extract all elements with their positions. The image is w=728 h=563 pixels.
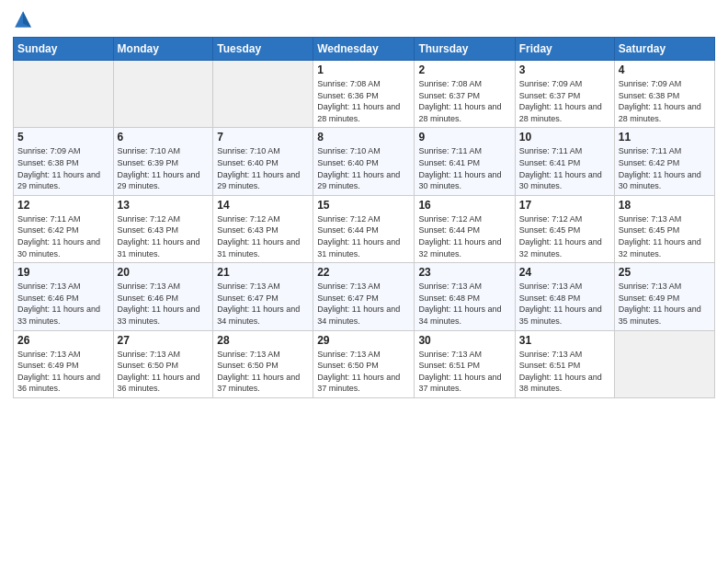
day-info: Sunrise: 7:12 AM Sunset: 6:45 PM Dayligh…: [519, 213, 610, 259]
day-info: Sunrise: 7:11 AM Sunset: 6:42 PM Dayligh…: [17, 213, 109, 259]
day-info: Sunrise: 7:11 AM Sunset: 6:41 PM Dayligh…: [418, 145, 510, 191]
calendar-cell: 20Sunrise: 7:13 AM Sunset: 6:46 PM Dayli…: [113, 263, 213, 330]
day-info: Sunrise: 7:09 AM Sunset: 6:38 PM Dayligh…: [17, 145, 109, 191]
day-info: Sunrise: 7:13 AM Sunset: 6:50 PM Dayligh…: [118, 349, 210, 395]
day-number: 31: [519, 334, 610, 347]
day-info: Sunrise: 7:13 AM Sunset: 6:46 PM Dayligh…: [17, 281, 109, 327]
day-info: Sunrise: 7:10 AM Sunset: 6:39 PM Dayligh…: [118, 145, 210, 191]
calendar-cell: 8Sunrise: 7:10 AM Sunset: 6:40 PM Daylig…: [313, 128, 415, 195]
day-info: Sunrise: 7:12 AM Sunset: 6:44 PM Dayligh…: [317, 213, 410, 259]
calendar-cell: 5Sunrise: 7:09 AM Sunset: 6:38 PM Daylig…: [14, 128, 114, 195]
day-number: 12: [17, 199, 109, 212]
day-number: 8: [317, 131, 410, 144]
calendar-cell: 14Sunrise: 7:12 AM Sunset: 6:43 PM Dayli…: [213, 195, 313, 262]
day-number: 21: [217, 266, 309, 279]
day-number: 5: [17, 131, 109, 144]
weekday-header-wednesday: Wednesday: [313, 38, 415, 61]
calendar-week-row: 5Sunrise: 7:09 AM Sunset: 6:38 PM Daylig…: [14, 128, 715, 195]
day-info: Sunrise: 7:09 AM Sunset: 6:37 PM Dayligh…: [519, 78, 610, 124]
day-number: 30: [418, 334, 510, 347]
day-info: Sunrise: 7:13 AM Sunset: 6:49 PM Dayligh…: [619, 281, 711, 327]
day-number: 18: [619, 199, 711, 212]
calendar-cell: 18Sunrise: 7:13 AM Sunset: 6:45 PM Dayli…: [614, 195, 714, 262]
logo-icon: [13, 9, 33, 29]
day-info: Sunrise: 7:13 AM Sunset: 6:51 PM Dayligh…: [519, 349, 610, 395]
calendar-week-row: 12Sunrise: 7:11 AM Sunset: 6:42 PM Dayli…: [14, 195, 715, 262]
day-info: Sunrise: 7:12 AM Sunset: 6:43 PM Dayligh…: [217, 213, 309, 259]
day-info: Sunrise: 7:13 AM Sunset: 6:48 PM Dayligh…: [519, 281, 610, 327]
calendar-cell: 28Sunrise: 7:13 AM Sunset: 6:50 PM Dayli…: [213, 330, 313, 397]
day-info: Sunrise: 7:08 AM Sunset: 6:37 PM Dayligh…: [418, 78, 510, 124]
calendar-week-row: 1Sunrise: 7:08 AM Sunset: 6:36 PM Daylig…: [14, 61, 715, 128]
calendar-cell: 16Sunrise: 7:12 AM Sunset: 6:44 PM Dayli…: [415, 195, 515, 262]
calendar-cell: 17Sunrise: 7:12 AM Sunset: 6:45 PM Dayli…: [515, 195, 614, 262]
calendar-cell: 10Sunrise: 7:11 AM Sunset: 6:41 PM Dayli…: [515, 128, 614, 195]
calendar-cell: 31Sunrise: 7:13 AM Sunset: 6:51 PM Dayli…: [515, 330, 614, 397]
day-info: Sunrise: 7:13 AM Sunset: 6:50 PM Dayligh…: [217, 349, 309, 395]
day-info: Sunrise: 7:08 AM Sunset: 6:36 PM Dayligh…: [317, 78, 410, 124]
calendar-header-row: SundayMondayTuesdayWednesdayThursdayFrid…: [14, 38, 715, 61]
calendar-cell: 30Sunrise: 7:13 AM Sunset: 6:51 PM Dayli…: [415, 330, 515, 397]
day-number: 20: [118, 266, 210, 279]
day-number: 17: [519, 199, 610, 212]
day-info: Sunrise: 7:13 AM Sunset: 6:49 PM Dayligh…: [17, 349, 109, 395]
calendar-cell: 7Sunrise: 7:10 AM Sunset: 6:40 PM Daylig…: [213, 128, 313, 195]
calendar-cell: [14, 61, 114, 128]
day-info: Sunrise: 7:13 AM Sunset: 6:51 PM Dayligh…: [418, 349, 510, 395]
calendar-cell: 19Sunrise: 7:13 AM Sunset: 6:46 PM Dayli…: [14, 263, 114, 330]
day-info: Sunrise: 7:13 AM Sunset: 6:48 PM Dayligh…: [418, 281, 510, 327]
calendar-cell: 23Sunrise: 7:13 AM Sunset: 6:48 PM Dayli…: [415, 263, 515, 330]
day-number: 4: [619, 63, 711, 76]
day-number: 10: [519, 131, 610, 144]
day-number: 2: [418, 63, 510, 76]
calendar-cell: 15Sunrise: 7:12 AM Sunset: 6:44 PM Dayli…: [313, 195, 415, 262]
calendar: SundayMondayTuesdayWednesdayThursdayFrid…: [13, 37, 715, 398]
weekday-header-thursday: Thursday: [415, 38, 515, 61]
day-info: Sunrise: 7:10 AM Sunset: 6:40 PM Dayligh…: [217, 145, 309, 191]
day-number: 24: [519, 266, 610, 279]
day-number: 23: [418, 266, 510, 279]
day-number: 27: [118, 334, 210, 347]
calendar-cell: 9Sunrise: 7:11 AM Sunset: 6:41 PM Daylig…: [415, 128, 515, 195]
calendar-cell: 25Sunrise: 7:13 AM Sunset: 6:49 PM Dayli…: [614, 263, 714, 330]
logo: [13, 9, 37, 29]
day-number: 16: [418, 199, 510, 212]
calendar-cell: 26Sunrise: 7:13 AM Sunset: 6:49 PM Dayli…: [14, 330, 114, 397]
calendar-cell: 27Sunrise: 7:13 AM Sunset: 6:50 PM Dayli…: [113, 330, 213, 397]
calendar-cell: 4Sunrise: 7:09 AM Sunset: 6:38 PM Daylig…: [614, 61, 714, 128]
day-info: Sunrise: 7:13 AM Sunset: 6:50 PM Dayligh…: [317, 349, 410, 395]
day-number: 26: [17, 334, 109, 347]
weekday-header-tuesday: Tuesday: [213, 38, 313, 61]
calendar-cell: [213, 61, 313, 128]
weekday-header-saturday: Saturday: [614, 38, 714, 61]
day-number: 22: [317, 266, 410, 279]
day-info: Sunrise: 7:13 AM Sunset: 6:47 PM Dayligh…: [317, 281, 410, 327]
day-number: 14: [217, 199, 309, 212]
day-number: 28: [217, 334, 309, 347]
page: SundayMondayTuesdayWednesdayThursdayFrid…: [0, 0, 728, 563]
weekday-header-sunday: Sunday: [14, 38, 114, 61]
day-info: Sunrise: 7:13 AM Sunset: 6:45 PM Dayligh…: [619, 213, 711, 259]
calendar-cell: 1Sunrise: 7:08 AM Sunset: 6:36 PM Daylig…: [313, 61, 415, 128]
calendar-week-row: 26Sunrise: 7:13 AM Sunset: 6:49 PM Dayli…: [14, 330, 715, 397]
day-number: 9: [418, 131, 510, 144]
day-info: Sunrise: 7:10 AM Sunset: 6:40 PM Dayligh…: [317, 145, 410, 191]
calendar-cell: 13Sunrise: 7:12 AM Sunset: 6:43 PM Dayli…: [113, 195, 213, 262]
calendar-cell: 29Sunrise: 7:13 AM Sunset: 6:50 PM Dayli…: [313, 330, 415, 397]
day-info: Sunrise: 7:11 AM Sunset: 6:42 PM Dayligh…: [619, 145, 711, 191]
calendar-cell: 3Sunrise: 7:09 AM Sunset: 6:37 PM Daylig…: [515, 61, 614, 128]
day-number: 19: [17, 266, 109, 279]
day-info: Sunrise: 7:09 AM Sunset: 6:38 PM Dayligh…: [619, 78, 711, 124]
calendar-cell: [113, 61, 213, 128]
day-info: Sunrise: 7:13 AM Sunset: 6:47 PM Dayligh…: [217, 281, 309, 327]
calendar-cell: 2Sunrise: 7:08 AM Sunset: 6:37 PM Daylig…: [415, 61, 515, 128]
weekday-header-monday: Monday: [113, 38, 213, 61]
day-number: 25: [619, 266, 711, 279]
calendar-cell: 6Sunrise: 7:10 AM Sunset: 6:39 PM Daylig…: [113, 128, 213, 195]
day-number: 7: [217, 131, 309, 144]
calendar-cell: 22Sunrise: 7:13 AM Sunset: 6:47 PM Dayli…: [313, 263, 415, 330]
day-number: 13: [118, 199, 210, 212]
day-info: Sunrise: 7:11 AM Sunset: 6:41 PM Dayligh…: [519, 145, 610, 191]
day-number: 3: [519, 63, 610, 76]
day-info: Sunrise: 7:12 AM Sunset: 6:44 PM Dayligh…: [418, 213, 510, 259]
